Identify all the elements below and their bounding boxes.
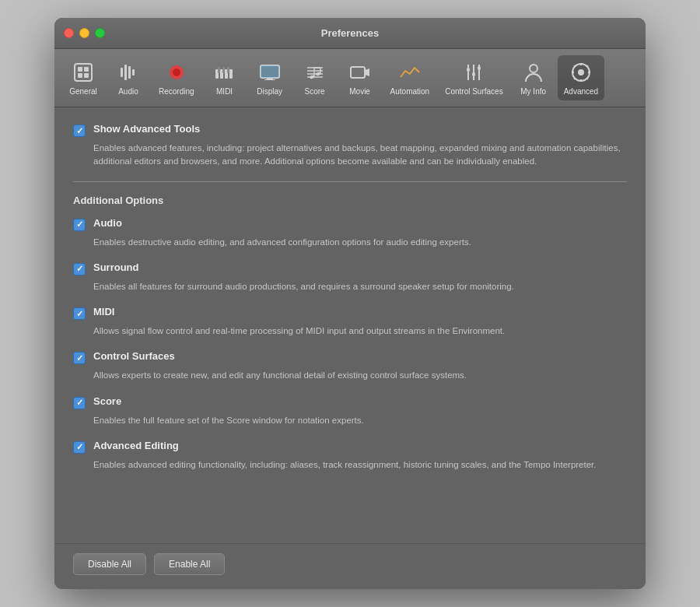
svg-rect-38 <box>478 66 481 70</box>
show-advanced-description: Enables advanced features, including: pr… <box>93 142 627 169</box>
midi-option-title: MIDI <box>93 306 114 318</box>
svg-rect-31 <box>351 67 365 78</box>
window-title: Preferences <box>321 27 379 39</box>
minimize-button[interactable] <box>79 28 89 38</box>
toolbar-automation-label: Automation <box>390 87 430 96</box>
audio-option-group: Audio Enables destructive audio editing,… <box>73 217 627 249</box>
svg-rect-8 <box>132 69 135 75</box>
advanced-editing-option-group: Advanced Editing Enables advanced editin… <box>73 440 627 472</box>
svg-rect-1 <box>78 67 82 72</box>
audio-icon <box>116 60 141 85</box>
preferences-window: Preferences General <box>54 18 646 589</box>
svg-point-41 <box>578 69 584 75</box>
toolbar-item-advanced[interactable]: Advanced <box>558 55 604 100</box>
general-icon <box>71 60 96 85</box>
midi-option-checkbox[interactable] <box>73 307 86 320</box>
score-option-group: Score Enables the full feature set of th… <box>73 395 627 427</box>
toolbar-recording-label: Recording <box>159 87 194 96</box>
audio-option-checkbox[interactable] <box>73 219 86 231</box>
svg-rect-21 <box>264 79 275 80</box>
svg-point-39 <box>530 65 537 72</box>
score-option-checkbox[interactable] <box>73 397 86 409</box>
show-advanced-row: Show Advanced Tools <box>73 123 627 137</box>
show-advanced-checkbox[interactable] <box>73 125 86 137</box>
svg-rect-5 <box>121 68 123 77</box>
traffic-lights <box>64 28 105 38</box>
svg-rect-14 <box>229 69 233 79</box>
toolbar-my-info-label: My Info <box>520 87 546 96</box>
show-advanced-title: Show Advanced Tools <box>93 123 200 135</box>
toolbar-item-control-surfaces[interactable]: Control Surfaces <box>439 55 509 100</box>
svg-rect-36 <box>467 68 470 72</box>
svg-rect-3 <box>78 73 82 78</box>
score-option-title: Score <box>93 395 121 407</box>
audio-option-row: Audio <box>73 217 627 231</box>
zoom-button[interactable] <box>95 28 105 38</box>
midi-option-description: Allows signal flow control and real-time… <box>93 325 627 338</box>
section-divider <box>73 181 627 182</box>
toolbar-midi-label: MIDI <box>216 87 233 96</box>
svg-rect-17 <box>227 67 229 73</box>
midi-option-row: MIDI <box>73 306 627 320</box>
control-surfaces-option-description: Allows experts to create new, and edit a… <box>93 369 627 382</box>
footer: Disable All Enable All <box>54 543 646 589</box>
advanced-icon <box>569 60 593 85</box>
svg-rect-6 <box>124 65 127 80</box>
display-icon <box>257 60 282 85</box>
toolbar-item-display[interactable]: Display <box>249 55 291 100</box>
svg-rect-7 <box>128 66 131 79</box>
surround-option-title: Surround <box>93 261 139 273</box>
my-info-icon <box>521 60 546 85</box>
toolbar-advanced-label: Advanced <box>564 87 598 96</box>
toolbar-item-general[interactable]: General <box>62 55 104 100</box>
toolbar-item-midi[interactable]: MIDI <box>204 55 246 100</box>
control-surfaces-icon <box>461 60 486 85</box>
toolbar-item-automation[interactable]: Automation <box>384 55 436 100</box>
control-surfaces-option-row: Control Surfaces <box>73 350 627 364</box>
surround-option-checkbox[interactable] <box>73 263 86 275</box>
svg-rect-4 <box>84 73 89 78</box>
toolbar-item-recording[interactable]: Recording <box>152 55 201 100</box>
advanced-editing-option-description: Enables advanced editing functionality, … <box>93 458 627 472</box>
midi-option-group: MIDI Allows signal flow control and real… <box>73 306 627 338</box>
svg-rect-37 <box>472 72 475 76</box>
control-surfaces-option-group: Control Surfaces Allows experts to creat… <box>73 350 627 382</box>
surround-option-group: Surround Enables all features for surrou… <box>73 261 627 293</box>
svg-rect-19 <box>261 65 279 78</box>
svg-rect-0 <box>75 64 92 81</box>
surround-option-row: Surround <box>73 261 627 275</box>
toolbar-display-label: Display <box>257 87 282 96</box>
toolbar-score-label: Score <box>305 87 325 96</box>
control-surfaces-option-title: Control Surfaces <box>93 350 175 362</box>
toolbar-audio-label: Audio <box>118 87 138 96</box>
enable-all-button[interactable]: Enable All <box>154 553 225 575</box>
toolbar-item-movie[interactable]: Movie <box>339 55 381 100</box>
disable-all-button[interactable]: Disable All <box>73 553 146 575</box>
toolbar-item-audio[interactable]: Audio <box>107 55 149 100</box>
recording-icon <box>164 60 189 85</box>
control-surfaces-option-checkbox[interactable] <box>73 352 86 364</box>
toolbar-general-label: General <box>69 87 97 96</box>
svg-rect-16 <box>222 67 225 73</box>
toolbar-item-score[interactable]: Score <box>294 55 336 100</box>
advanced-editing-option-checkbox[interactable] <box>73 441 86 454</box>
show-advanced-section: Show Advanced Tools Enables advanced fea… <box>73 123 627 169</box>
score-option-row: Score <box>73 395 627 409</box>
automation-icon <box>397 60 422 85</box>
advanced-editing-option-title: Advanced Editing <box>93 440 179 451</box>
toolbar-movie-label: Movie <box>349 87 370 96</box>
score-icon <box>303 60 327 85</box>
movie-icon <box>348 60 373 85</box>
audio-option-description: Enables destructive audio editing, and a… <box>93 236 627 249</box>
titlebar: Preferences <box>54 18 646 49</box>
toolbar-item-my-info[interactable]: My Info <box>513 55 555 100</box>
toolbar-control-surfaces-label: Control Surfaces <box>445 87 502 96</box>
toolbar: General Audio Recording <box>54 49 646 107</box>
additional-options-header: Additional Options <box>73 195 627 206</box>
surround-option-description: Enables all features for surround audio … <box>93 280 627 293</box>
svg-point-10 <box>173 68 180 76</box>
advanced-editing-option-row: Advanced Editing <box>73 440 627 454</box>
midi-icon <box>212 60 237 85</box>
audio-option-title: Audio <box>93 217 122 229</box>
close-button[interactable] <box>64 28 74 38</box>
